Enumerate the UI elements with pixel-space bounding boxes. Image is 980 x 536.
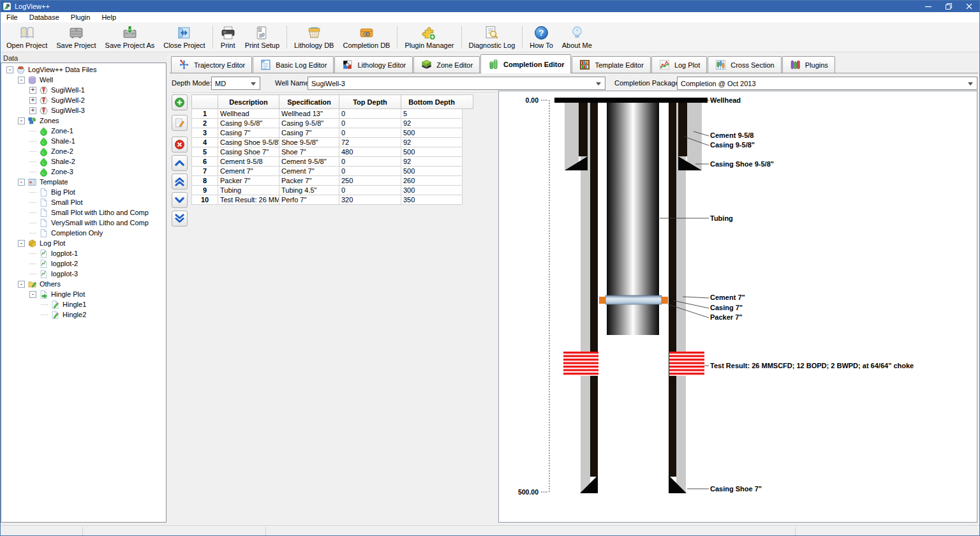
toolbar-button[interactable]: Save Project As [101,23,160,51]
expander-icon[interactable] [18,117,25,124]
add-icon[interactable] [172,94,188,110]
toolbar-button[interactable]: Plugin Manager [400,23,458,51]
table-row[interactable]: 2 Casing 9-5/8" Casing 9-5/8" 0 92 [192,119,463,128]
double-up-icon[interactable] [172,174,188,190]
expander-icon[interactable] [18,179,25,186]
down-icon[interactable] [172,192,188,208]
expander-icon[interactable] [29,223,36,223]
toolbar-button[interactable] [212,26,213,48]
table-row[interactable]: 9 Tubing Tubing 4.5" 0 300 [192,186,463,195]
expander-icon[interactable] [29,151,36,152]
toolbar-button[interactable]: About Me [558,23,597,51]
tree-item[interactable]: SugiWell-3 [1,105,166,115]
table-row[interactable]: 3 Casing 7" Casing 7" 0 500 [192,128,463,138]
expander-icon[interactable] [41,315,48,315]
tree-item[interactable]: Small Plot with Litho and Comp [1,207,166,218]
toolbar-button[interactable]: Diagnostic Log [464,23,520,51]
tree-item[interactable]: LogView++ Data Files [1,64,166,75]
expander-icon[interactable] [18,240,25,247]
edit-icon[interactable] [172,115,188,131]
expander-icon[interactable] [29,97,36,104]
table-row[interactable]: 8 Packer 7" Packer 7" 250 260 [192,176,463,186]
tree-item[interactable]: Completion Only [1,228,166,238]
tree-item[interactable]: logplot-1 [1,248,166,258]
tree-item[interactable]: Zone-3 [1,167,166,177]
table-row[interactable]: 10 Test Result: 26 MMSCF Perfo 7" 320 35… [192,195,463,205]
tab[interactable]: Plugins [782,56,835,73]
expander-icon[interactable] [29,253,36,254]
tree-item[interactable]: Hingle2 [1,309,166,320]
table-row[interactable]: 4 Casing Shoe 9-5/8" Shoe 9-5/8" 72 92 [192,138,463,147]
tree-item[interactable]: Big Plot [1,187,166,197]
tree-item[interactable]: Zones [1,115,166,126]
menu-item[interactable]: Help [96,12,122,22]
expander-icon[interactable] [18,77,25,84]
tree-item[interactable]: SugiWell-1 [1,85,166,95]
tree-item[interactable]: Others [1,279,166,289]
tree-item[interactable]: Zone-1 [1,126,166,136]
menu-item[interactable]: File [1,12,24,22]
toolbar-button[interactable]: ? How To [525,23,557,51]
expander-icon[interactable] [6,66,13,73]
toolbar-button[interactable] [461,26,462,48]
menu-item[interactable]: Database [24,12,65,22]
tree-item[interactable]: Log Plot [1,238,166,248]
toolbar-button[interactable] [397,26,397,48]
close-button[interactable] [959,1,979,12]
tree-item[interactable]: Hingle1 [1,299,166,309]
toolbar-button[interactable] [286,26,287,48]
tab[interactable]: Zone Editor [413,56,480,73]
tree-item[interactable]: Small Plot [1,197,166,207]
expander-icon[interactable] [29,87,36,94]
expander-icon[interactable] [29,131,36,131]
tree-item[interactable]: Template [1,177,166,187]
table-row[interactable]: 1 Wellhead Wellhead 13" 0 5 [192,109,463,119]
toolbar-button[interactable]: Completion DB [338,23,394,51]
expander-icon[interactable] [29,291,36,298]
well-name-select[interactable]: SugiWell-3 [308,77,605,90]
tree-item[interactable]: Shale-2 [1,156,166,167]
expander-icon[interactable] [29,172,36,172]
tab[interactable]: Basic Log Editor [253,56,334,73]
delete-icon[interactable] [172,137,188,153]
toolbar-button[interactable] [522,26,523,48]
tab[interactable]: Template Editor [572,56,650,73]
double-down-icon[interactable] [172,211,188,227]
depth-mode-select[interactable]: MD [211,77,260,90]
toolbar-button[interactable]: Print [216,23,241,51]
expander-icon[interactable] [41,304,48,305]
restore-button[interactable] [939,1,959,12]
expander-icon[interactable] [18,281,25,288]
expander-icon[interactable] [29,141,36,142]
expander-icon[interactable] [29,107,36,114]
tab[interactable]: Completion Editor [480,54,571,73]
menu-item[interactable]: Plugin [65,12,96,22]
up-icon[interactable] [172,155,188,171]
tree-item[interactable]: Zone-2 [1,146,166,156]
table-row[interactable]: 6 Cement 9-5/8 Cement 9-5/8" 0 92 [192,157,463,167]
minimize-button[interactable] [918,1,939,12]
tab[interactable]: Trajectory Editor [171,56,252,73]
expander-icon[interactable] [29,212,36,213]
expander-icon[interactable] [29,202,36,203]
tree-item[interactable]: Shale-1 [1,136,166,146]
tab[interactable]: Cross Section [708,56,781,73]
expander-icon[interactable] [29,161,36,162]
tree-item[interactable]: Hingle Plot [1,289,166,299]
table-row[interactable]: 7 Cement 7" Cement 7" 0 500 [192,167,463,176]
tree-item[interactable]: logplot-2 [1,258,166,269]
toolbar-button[interactable]: Print Setup [241,23,284,51]
expander-icon[interactable] [29,233,36,234]
tree-item[interactable]: VerySmall with Litho and Comp [1,218,166,228]
table-row[interactable]: 5 Casing Shoe 7" Shoe 7" 480 500 [192,147,463,157]
expander-icon[interactable] [29,264,36,264]
toolbar-button[interactable]: Save Project [52,23,100,51]
tree-item[interactable]: SugiWell-2 [1,95,166,105]
toolbar-button[interactable]: Open Project [2,23,52,51]
completion-package-select[interactable]: Completion @ Oct 2013 [677,77,977,90]
toolbar-button[interactable]: Lithology DB [290,23,338,51]
tab[interactable]: Log Plot [651,56,707,73]
tree-item[interactable]: logplot-3 [1,269,166,279]
tab[interactable]: Lithology Editor [334,56,413,73]
tree-item[interactable]: Well [1,75,166,85]
